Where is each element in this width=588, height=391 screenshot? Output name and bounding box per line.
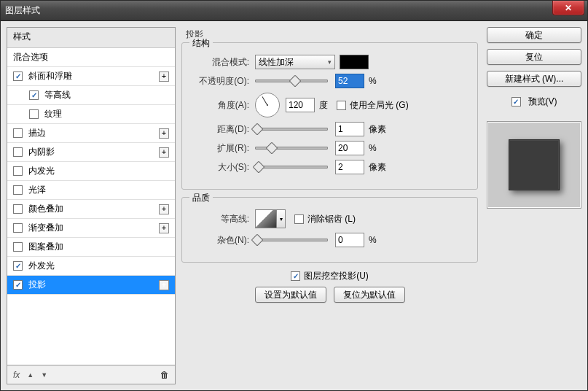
list-item-satin[interactable]: 光泽 (7, 181, 175, 200)
spread-slider[interactable] (255, 147, 328, 150)
new-style-button[interactable]: 新建样式 (W)... (487, 71, 581, 87)
ok-button[interactable]: 确定 (487, 27, 581, 43)
checkbox[interactable] (13, 128, 23, 138)
list-item-label: 光泽 (28, 184, 46, 196)
reset-default-button[interactable]: 复位为默认值 (334, 287, 405, 303)
spread-unit: % (369, 143, 377, 153)
distance-input[interactable] (335, 122, 364, 136)
settings-column: 投影 结构 混合模式: 线性加深 ▾ 不透明度(O): % (181, 27, 481, 384)
list-item-label: 图案叠加 (28, 241, 63, 253)
list-item-label: 渐变叠加 (28, 222, 63, 234)
global-light-label: 使用全局光 (G) (350, 99, 409, 112)
opacity-slider[interactable] (255, 80, 328, 82)
checkbox[interactable] (13, 280, 23, 290)
trash-icon[interactable]: 🗑 (160, 370, 169, 380)
list-item-inner-shadow[interactable]: 内阴影 + (7, 143, 175, 162)
list-item-outer-glow[interactable]: 外发光 (7, 257, 175, 276)
angle-unit: 度 (319, 99, 328, 112)
list-item-label: 纹理 (44, 108, 62, 120)
list-item-label: 斜面和浮雕 (28, 70, 72, 82)
structure-fieldset: 结构 混合模式: 线性加深 ▾ 不透明度(O): % 角度(A): (181, 42, 478, 190)
blend-mode-label: 混合模式: (192, 56, 255, 69)
spread-input[interactable] (335, 141, 364, 155)
opacity-input[interactable] (335, 74, 364, 88)
styles-footer: fx ▲ ▼ 🗑 (7, 365, 176, 384)
checkbox[interactable] (13, 166, 23, 176)
noise-unit: % (369, 235, 377, 245)
checkbox[interactable] (13, 223, 23, 233)
antialias-checkbox[interactable] (294, 214, 304, 224)
list-item-inner-glow[interactable]: 内发光 (7, 162, 175, 181)
checkbox[interactable] (13, 71, 23, 81)
opacity-label: 不透明度(O): (192, 75, 255, 88)
list-item-pattern-overlay[interactable]: 图案叠加 (7, 238, 175, 257)
preview-box (487, 121, 581, 209)
add-icon[interactable]: + (159, 128, 169, 139)
blend-mode-value: 线性加深 (259, 56, 294, 69)
titlebar[interactable]: 图层样式 ✕ (1, 1, 587, 21)
checkbox[interactable] (13, 204, 23, 214)
add-icon[interactable]: + (159, 204, 169, 214)
add-icon[interactable]: + (159, 71, 169, 82)
preview-label: 预览(V) (528, 96, 557, 108)
angle-input[interactable] (286, 98, 315, 112)
list-item-label: 内阴影 (28, 146, 55, 158)
noise-slider[interactable] (255, 239, 328, 241)
list-item-bevel[interactable]: 斜面和浮雕 + (7, 67, 175, 86)
checkbox[interactable] (13, 261, 23, 271)
list-item-gradient-overlay[interactable]: 渐变叠加 + (7, 219, 175, 238)
list-item-drop-shadow[interactable]: 投影 + (7, 276, 175, 295)
angle-dial[interactable] (255, 93, 280, 117)
layer-style-dialog: 图层样式 ✕ 样式 混合选项 斜面和浮雕 + 等高线 (0, 0, 588, 391)
knockout-label: 图层挖空投影(U) (304, 270, 369, 282)
checkbox[interactable] (29, 109, 39, 119)
size-input[interactable] (335, 160, 364, 174)
list-item-label: 描边 (28, 127, 46, 139)
blend-mode-select[interactable]: 线性加深 ▾ (255, 55, 335, 69)
list-item-label: 内发光 (28, 165, 55, 177)
opacity-unit: % (369, 76, 377, 86)
angle-label: 角度(A): (192, 99, 255, 112)
noise-input[interactable] (335, 233, 364, 247)
list-item-label: 外发光 (28, 260, 55, 272)
add-icon[interactable]: + (159, 147, 169, 158)
shadow-color-swatch[interactable] (340, 55, 369, 69)
add-icon[interactable]: + (159, 280, 169, 290)
size-label: 大小(S): (192, 161, 255, 174)
structure-legend: 结构 (189, 37, 213, 50)
antialias-label: 消除锯齿 (L) (307, 213, 356, 225)
list-item-label: 投影 (28, 279, 46, 291)
list-item-texture-sub[interactable]: 纹理 (7, 105, 175, 124)
list-item-blend-options[interactable]: 混合选项 (7, 48, 175, 67)
checkbox[interactable] (13, 185, 23, 195)
fx-icon[interactable]: fx (13, 370, 20, 380)
noise-label: 杂色(N): (192, 234, 255, 247)
list-item-contour-sub[interactable]: 等高线 (7, 86, 175, 105)
list-item-color-overlay[interactable]: 颜色叠加 + (7, 200, 175, 219)
preview-checkbox[interactable] (511, 97, 521, 107)
global-light-checkbox[interactable] (337, 101, 346, 110)
styles-header: 样式 (7, 28, 175, 48)
window-title: 图层样式 (5, 4, 40, 17)
close-icon: ✕ (565, 3, 572, 13)
reset-button[interactable]: 复位 (487, 49, 581, 65)
distance-slider[interactable] (255, 128, 328, 131)
size-slider[interactable] (255, 166, 328, 169)
contour-swatch[interactable] (255, 209, 277, 228)
panel-title: 投影 (186, 28, 478, 41)
down-icon[interactable]: ▼ (41, 371, 47, 379)
list-item-stroke[interactable]: 描边 + (7, 124, 175, 143)
up-icon[interactable]: ▲ (27, 371, 34, 379)
close-button[interactable]: ✕ (552, 1, 584, 15)
contour-dropdown[interactable]: ▾ (277, 209, 286, 228)
spread-label: 扩展(R): (192, 142, 255, 155)
add-icon[interactable]: + (159, 223, 169, 233)
set-default-button[interactable]: 设置为默认值 (255, 287, 326, 303)
checkbox[interactable] (13, 147, 23, 157)
list-item-label: 等高线 (44, 89, 71, 101)
checkbox[interactable] (29, 90, 39, 100)
slider-thumb[interactable] (289, 75, 302, 88)
knockout-checkbox[interactable] (291, 271, 300, 281)
checkbox[interactable] (13, 242, 23, 252)
slider-thumb[interactable] (266, 142, 278, 155)
